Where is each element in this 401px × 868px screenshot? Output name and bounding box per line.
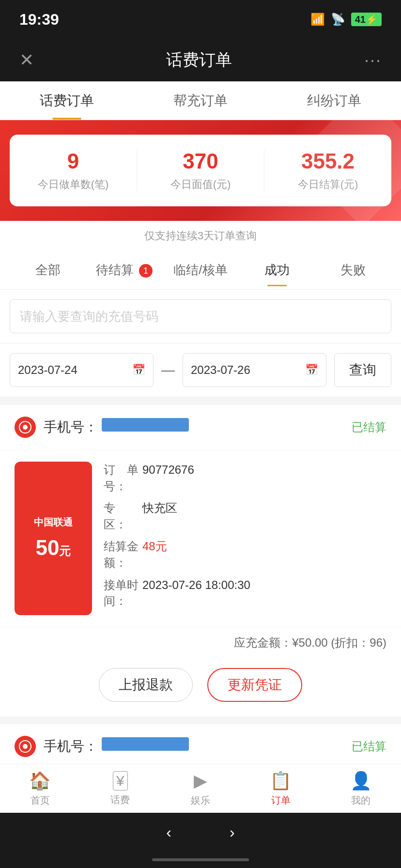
entertainment-icon: ▶ <box>194 771 207 791</box>
bottom-nav-items: 🏠 首页 ¥ 话费 ▶ 娱乐 📋 订单 👤 我的 <box>0 764 401 813</box>
stat-today-orders: 9 今日做单数(笔) <box>10 149 137 192</box>
filter-pending[interactable]: 待结算 1 <box>86 262 163 279</box>
home-label: 首页 <box>31 794 50 807</box>
search-input[interactable] <box>10 299 391 333</box>
more-button[interactable]: ··· <box>364 50 382 70</box>
detail-zone-1: 专 区： 快充区 <box>104 500 386 532</box>
page-title: 话费订单 <box>166 49 232 71</box>
order-header-2: 手机号： 已结算 <box>0 724 401 769</box>
nav-order[interactable]: 📋 订单 <box>241 764 321 813</box>
phone-number-2: 手机号： <box>44 737 352 756</box>
today-orders-label: 今日做单数(笔) <box>10 177 137 192</box>
order-label: 订单 <box>271 794 291 807</box>
calendar-start-icon: 📅 <box>132 364 145 376</box>
tab-help-order[interactable]: 帮充订单 <box>134 81 267 120</box>
today-face-label: 今日面值(元) <box>137 177 264 192</box>
home-indicator <box>0 852 401 868</box>
tab-phone-order[interactable]: 话费订单 <box>0 81 134 120</box>
status-icons: 📶 📡 41⚡ <box>310 13 382 26</box>
today-settle-value: 355.2 <box>264 149 391 173</box>
wifi-icon: 📡 <box>331 13 345 26</box>
date-end[interactable]: 2023-07-26 📅 <box>183 353 326 387</box>
nav-home[interactable]: 🏠 首页 <box>0 764 80 813</box>
order-actions-1: 上报退款 更新凭证 <box>0 658 401 716</box>
tab-dispute-order[interactable]: 纠纷订单 <box>267 81 401 120</box>
filter-all[interactable]: 全部 <box>10 262 86 279</box>
filter-failed[interactable]: 失败 <box>315 262 391 279</box>
order-status-1: 已结算 <box>352 419 386 435</box>
home-bar <box>152 858 249 861</box>
query-button[interactable]: 查询 <box>334 353 391 387</box>
order-status-2: 已结算 <box>352 739 386 754</box>
phone-bill-icon: ¥ <box>113 771 128 790</box>
mine-icon: 👤 <box>350 771 372 791</box>
battery-icon: 41⚡ <box>351 13 382 26</box>
stats-banner: 9 今日做单数(笔) 370 今日面值(元) 355.2 今日结算(元) <box>0 120 401 221</box>
browser-bar: ‹ › <box>0 813 401 852</box>
filter-temp-settle[interactable]: 临结/核单 <box>162 262 239 279</box>
date-separator: — <box>161 362 175 378</box>
phone-blur-2 <box>102 737 189 751</box>
nav-phone[interactable]: ¥ 话费 <box>80 764 161 813</box>
phone-label: 话费 <box>110 793 130 806</box>
mine-label: 我的 <box>351 794 370 807</box>
status-bar: 19:39 📶 📡 41⚡ <box>0 0 401 39</box>
today-orders-value: 9 <box>10 149 137 173</box>
calendar-end-icon: 📅 <box>305 364 318 376</box>
phone-blur-1 <box>102 418 189 432</box>
entertainment-label: 娱乐 <box>191 794 210 807</box>
status-filter-bar: 全部 待结算 1 临结/核单 成功 失败 <box>0 251 401 290</box>
stat-today-face: 370 今日面值(元) <box>137 149 264 192</box>
refund-button-1[interactable]: 上报退款 <box>99 668 193 702</box>
search-area <box>0 290 401 343</box>
signal-icon: 📶 <box>310 13 325 26</box>
phone-number-1: 手机号： <box>44 418 352 436</box>
close-button[interactable]: ✕ <box>19 50 34 70</box>
order-header-1: 手机号： 已结算 <box>0 405 401 450</box>
order-icon: 📋 <box>270 771 292 791</box>
product-card-1: 中国联通 50元 <box>15 462 92 615</box>
nav-bar: ✕ 话费订单 ··· <box>0 39 401 81</box>
operator-icon-2 <box>15 736 36 757</box>
order-body-1: 中国联通 50元 订 单 号： 90772676 专 区： 快充区 结算金额： … <box>0 450 401 627</box>
detail-settle-amount-1: 结算金额： 48元 <box>104 538 386 571</box>
stats-card: 9 今日做单数(笔) 370 今日面值(元) 355.2 今日结算(元) <box>10 135 391 206</box>
nav-entertainment[interactable]: ▶ 娱乐 <box>160 764 241 813</box>
order-details-1: 订 单 号： 90772676 专 区： 快充区 结算金额： 48元 接单时间：… <box>104 462 386 615</box>
bottom-nav: 🏠 首页 ¥ 话费 ▶ 娱乐 📋 订单 👤 我的 ‹ › <box>0 764 401 868</box>
svg-point-3 <box>23 744 28 749</box>
svg-point-1 <box>23 425 28 430</box>
detail-order-no-1: 订 单 号： 90772676 <box>104 462 386 494</box>
operator-icon-1 <box>15 417 36 438</box>
date-filter: 2023-07-24 📅 — 2023-07-26 📅 查询 <box>0 343 401 397</box>
date-start[interactable]: 2023-07-24 📅 <box>10 353 154 387</box>
pending-badge: 1 <box>139 264 153 278</box>
filter-success[interactable]: 成功 <box>239 262 315 279</box>
forward-button[interactable]: › <box>230 823 235 841</box>
back-button[interactable]: ‹ <box>166 823 171 841</box>
nav-mine[interactable]: 👤 我的 <box>321 764 401 813</box>
status-time: 19:39 <box>19 11 59 29</box>
order-footer-1: 应充金额：¥50.00 (折扣：96) <box>0 627 401 658</box>
main-tab-bar: 话费订单 帮充订单 纠纷订单 <box>0 81 401 120</box>
order-item-1: 手机号： 已结算 中国联通 50元 订 单 号： 90772676 专 区： 快… <box>0 405 401 716</box>
today-settle-label: 今日结算(元) <box>264 177 391 192</box>
filter-hint: 仅支持连续3天订单查询 <box>0 221 401 251</box>
update-cert-button-1[interactable]: 更新凭证 <box>207 668 302 702</box>
today-face-value: 370 <box>137 149 264 173</box>
home-icon: 🏠 <box>29 771 51 791</box>
detail-receive-time-1: 接单时间： 2023-07-26 18:00:30 <box>104 577 386 609</box>
stat-today-settle: 355.2 今日结算(元) <box>264 149 391 192</box>
